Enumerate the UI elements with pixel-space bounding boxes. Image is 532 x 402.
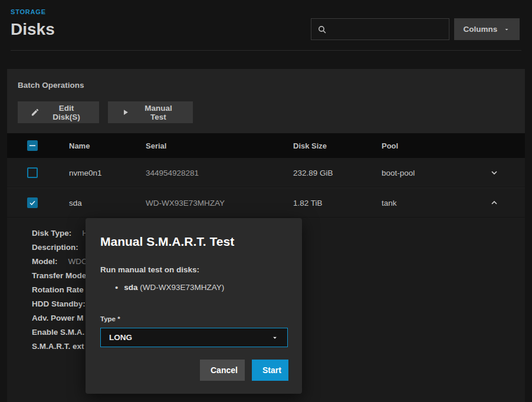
table-row[interactable]: sda WD-WX93E73MHZAY 1.82 TiB tank — [7, 188, 525, 218]
collapse-chevron-up-icon[interactable] — [490, 198, 499, 207]
detail-row: Description: — [32, 240, 89, 254]
search-box[interactable] — [311, 18, 449, 40]
detail-row: Disk Type:H — [32, 226, 88, 240]
batch-operations-title: Batch Operations — [18, 81, 84, 90]
cell-pool: boot-pool — [382, 168, 415, 177]
play-icon — [121, 108, 130, 117]
bullet-icon: • — [115, 283, 118, 292]
chevron-down-icon — [271, 334, 279, 342]
cancel-button[interactable]: Cancel — [200, 360, 245, 381]
manual-test-button[interactable]: Manual Test — [108, 101, 193, 123]
disks-page: STORAGE Disks Columns Batch Operations E… — [0, 0, 532, 402]
table-header: Name Serial Disk Size Pool — [7, 133, 525, 158]
cell-name: nvme0n1 — [69, 168, 102, 177]
type-select[interactable]: LONG — [100, 328, 288, 347]
cell-pool: tank — [382, 198, 397, 207]
columns-button[interactable]: Columns — [454, 18, 520, 40]
cell-disk-size: 232.89 GiB — [293, 168, 333, 177]
disk-serial: (WD-WX93E73MHZAY) — [140, 283, 224, 292]
column-header-serial[interactable]: Serial — [146, 141, 166, 150]
disk-name: sda — [124, 283, 137, 292]
dialog-disk-list-item: • sda (WD-WX93E73MHZAY) — [115, 283, 224, 292]
pencil-icon — [31, 108, 40, 117]
search-input[interactable] — [331, 25, 443, 34]
columns-button-label: Columns — [464, 25, 498, 34]
cell-name: sda — [69, 198, 82, 207]
cell-disk-size: 1.82 TiB — [293, 198, 323, 207]
row-checkbox[interactable] — [27, 167, 38, 178]
type-select-value: LONG — [109, 333, 271, 342]
manual-test-label: Manual Test — [137, 104, 180, 121]
edit-disks-label: Edit Disk(S) — [47, 104, 86, 121]
detail-row: Rotation Rate — [32, 282, 94, 296]
expand-chevron-down-icon[interactable] — [490, 168, 499, 177]
dialog-description: Run manual test on disks: — [100, 265, 199, 274]
column-header-disk-size[interactable]: Disk Size — [293, 141, 327, 150]
column-header-name[interactable]: Name — [69, 141, 90, 150]
page-title: Disks — [11, 20, 55, 39]
type-field-label: Type * — [100, 315, 120, 322]
dialog-title: Manual S.M.A.R.T. Test — [100, 235, 234, 249]
cell-serial: 344954928281 — [146, 168, 199, 177]
select-all-checkbox[interactable] — [27, 140, 38, 151]
table-row[interactable]: nvme0n1 344954928281 232.89 GiB boot-poo… — [7, 158, 525, 187]
manual-smart-test-dialog: Manual S.M.A.R.T. Test Run manual test o… — [86, 218, 302, 394]
search-icon — [317, 25, 327, 34]
edit-disks-button[interactable]: Edit Disk(S) — [18, 101, 99, 123]
chevron-down-icon — [503, 26, 510, 33]
header-divider — [11, 50, 521, 51]
breadcrumb[interactable]: STORAGE — [11, 8, 46, 15]
detail-row: Adv. Power M — [32, 311, 94, 325]
start-button[interactable]: Start — [252, 360, 288, 381]
column-header-pool[interactable]: Pool — [382, 141, 398, 150]
detail-row: Model:WDC — [32, 254, 87, 268]
cell-serial: WD-WX93E73MHZAY — [146, 198, 225, 207]
row-checkbox[interactable] — [27, 197, 38, 208]
